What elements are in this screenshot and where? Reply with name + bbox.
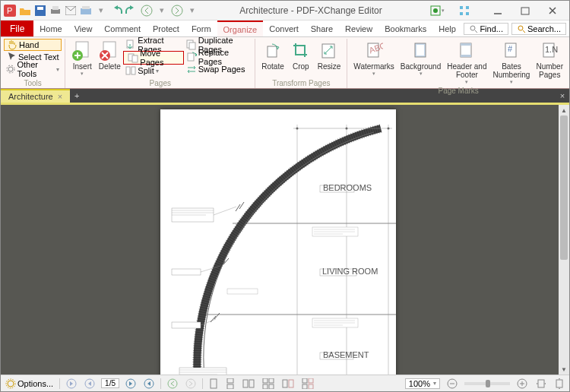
svg-point-57 xyxy=(296,128,299,130)
svg-rect-101 xyxy=(227,384,233,389)
move-pages-button[interactable]: Move Pages xyxy=(125,52,181,64)
qat-dropdown2-icon[interactable]: ▾ xyxy=(156,5,168,17)
layout-facing-icon[interactable] xyxy=(241,378,256,389)
watermarks-button[interactable]: ABCWatermarks▾ xyxy=(350,39,397,78)
email-icon[interactable] xyxy=(65,5,77,17)
next-page-button[interactable] xyxy=(124,378,138,389)
layout-book-icon[interactable] xyxy=(280,378,296,389)
pages-group-label: Pages xyxy=(68,79,252,88)
find-button[interactable]: Find... xyxy=(464,23,508,35)
minimize-icon[interactable] xyxy=(487,3,508,18)
svg-point-97 xyxy=(168,379,177,388)
nav-next-icon[interactable] xyxy=(171,5,183,17)
headerfooter-icon xyxy=(456,40,477,62)
zoom-out-button[interactable] xyxy=(445,378,460,390)
tab-bookmarks[interactable]: Bookmarks xyxy=(378,21,432,36)
svg-rect-108 xyxy=(283,380,287,387)
qat-dropdown3-icon[interactable]: ▾ xyxy=(186,5,198,17)
bates-button[interactable]: #Bates Numbering▾ xyxy=(490,39,534,87)
svg-line-89 xyxy=(214,313,220,319)
document-tab[interactable]: Architecture × xyxy=(1,89,70,103)
svg-rect-15 xyxy=(460,12,463,15)
window-controls xyxy=(481,3,569,18)
scroll-up-icon[interactable]: ▲ xyxy=(559,105,569,115)
page-indicator[interactable]: 1/5 xyxy=(101,378,119,388)
tab-organize[interactable]: Organize xyxy=(217,21,264,36)
zoom-slider[interactable] xyxy=(464,382,510,385)
swap-pages-button[interactable]: Swap Pages xyxy=(184,63,252,75)
svg-rect-111 xyxy=(309,378,313,383)
tab-comment[interactable]: Comment xyxy=(98,21,147,36)
replace-pages-button[interactable]: Replace Pages xyxy=(184,51,252,63)
launch-icon[interactable] xyxy=(454,3,475,18)
svg-rect-119 xyxy=(538,380,544,387)
first-page-button[interactable] xyxy=(65,378,78,389)
layout-facing-cont-icon[interactable] xyxy=(261,378,276,389)
headerfooter-label: Header and Footer xyxy=(447,62,486,79)
layout-single-icon[interactable] xyxy=(207,378,220,389)
layout-book-cont-icon[interactable] xyxy=(300,378,315,389)
ui-options-icon[interactable]: ▾ xyxy=(426,3,448,18)
background-button[interactable]: Background▾ xyxy=(397,39,444,78)
search-button[interactable]: Search... xyxy=(511,23,566,35)
layout-continuous-icon[interactable] xyxy=(224,378,236,389)
cursor-icon xyxy=(6,52,17,62)
tab-file[interactable]: File xyxy=(1,21,33,36)
last-page-button[interactable] xyxy=(142,378,156,389)
delete-button[interactable]: Delete xyxy=(96,39,123,72)
tab-convert[interactable]: Convert xyxy=(263,21,305,36)
hand-tool[interactable]: Hand xyxy=(4,39,62,51)
document-tab-close-icon[interactable]: × xyxy=(58,92,62,101)
hand-label: Hand xyxy=(19,40,39,49)
scan-icon[interactable] xyxy=(80,5,92,17)
document-viewport[interactable]: BEDROOMS LIVING ROOM BASEMENT xyxy=(1,103,569,375)
redo-icon[interactable] xyxy=(125,5,138,17)
print-icon[interactable] xyxy=(49,5,62,17)
svg-rect-18 xyxy=(521,8,529,14)
zoom-level[interactable]: 100%▾ xyxy=(405,378,440,389)
header-footer-button[interactable]: Header and Footer▾ xyxy=(444,39,489,87)
group-tools: Hand Select Text Other Tools▾ Tools xyxy=(1,39,65,88)
undo-icon[interactable] xyxy=(110,5,122,17)
svg-line-67 xyxy=(214,207,236,215)
scroll-thumb[interactable] xyxy=(560,115,568,260)
tab-view[interactable]: View xyxy=(68,21,99,36)
svg-rect-42 xyxy=(416,45,424,55)
tab-protect[interactable]: Protect xyxy=(147,21,185,36)
number-pages-button[interactable]: 1.NNumber Pages xyxy=(533,39,566,81)
insert-label: Insert xyxy=(73,62,92,71)
resize-button[interactable]: Resize xyxy=(315,39,344,72)
fit-page-button[interactable] xyxy=(553,378,566,389)
label-bedrooms: BEDROOMS xyxy=(323,183,372,192)
nav-prev-icon[interactable] xyxy=(141,5,153,17)
tab-help[interactable]: Help xyxy=(432,21,462,36)
find-label: Find... xyxy=(480,24,503,33)
close-icon[interactable] xyxy=(542,3,563,18)
other-tools[interactable]: Other Tools▾ xyxy=(4,63,62,75)
rotate-button[interactable]: Rotate xyxy=(258,39,287,72)
vertical-scrollbar[interactable]: ▲ ▼ xyxy=(559,105,569,375)
save-icon[interactable] xyxy=(34,5,46,17)
crop-button[interactable]: Crop xyxy=(287,39,315,72)
open-icon[interactable] xyxy=(19,5,31,17)
insert-icon xyxy=(71,40,93,62)
options-button[interactable]: Options... xyxy=(4,378,55,389)
close-all-icon[interactable]: × xyxy=(556,89,569,103)
nav-fwd-button[interactable] xyxy=(184,378,198,389)
extract-icon xyxy=(125,40,136,50)
add-tab-button[interactable]: + xyxy=(70,89,84,103)
scroll-down-icon[interactable]: ▼ xyxy=(559,364,569,375)
insert-button[interactable]: Insert ▾ xyxy=(68,39,96,78)
tab-share[interactable]: Share xyxy=(305,21,339,36)
tab-review[interactable]: Review xyxy=(339,21,378,36)
qat-dropdown-icon[interactable]: ▾ xyxy=(95,5,107,17)
tab-form[interactable]: Form xyxy=(185,21,217,36)
prev-page-button[interactable] xyxy=(83,378,97,389)
zoom-in-button[interactable] xyxy=(515,378,530,390)
nav-back-button[interactable] xyxy=(166,378,179,389)
fit-visible-button[interactable] xyxy=(534,378,548,389)
tab-home[interactable]: Home xyxy=(33,21,68,36)
maximize-icon[interactable] xyxy=(515,3,536,18)
split-button[interactable]: Split▾ xyxy=(123,65,183,77)
svg-rect-14 xyxy=(466,6,469,9)
